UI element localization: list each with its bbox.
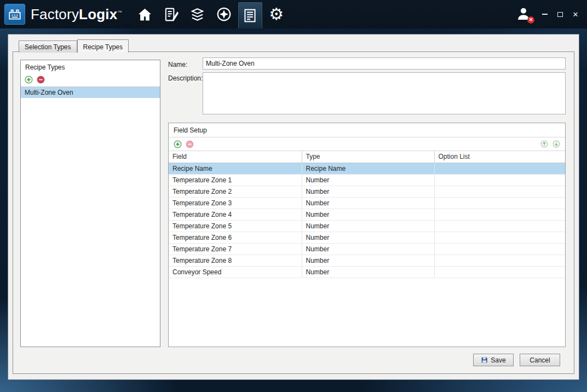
compass-icon bbox=[216, 6, 232, 22]
nav-settings[interactable]: ⚙ bbox=[264, 2, 289, 27]
column-header-option-list[interactable]: Option List bbox=[434, 151, 565, 163]
cell-type: Number bbox=[302, 243, 434, 255]
report-document-icon bbox=[242, 8, 258, 24]
move-field-up-button[interactable] bbox=[540, 140, 549, 148]
plus-icon bbox=[174, 140, 182, 148]
plus-icon bbox=[25, 76, 33, 84]
remove-field-button[interactable] bbox=[185, 140, 194, 148]
user-status-badge: ✕ bbox=[527, 16, 534, 24]
main-nav: ⚙ bbox=[132, 0, 290, 28]
titlebar-right: ✕ ✕ bbox=[516, 6, 579, 22]
remove-recipe-type-button[interactable] bbox=[36, 75, 45, 84]
app-title: FactoryLogix™ bbox=[31, 6, 122, 23]
nav-reports[interactable] bbox=[238, 2, 262, 28]
field-table-row[interactable]: Conveyor Speed Number bbox=[169, 266, 565, 278]
cell-type: Number bbox=[302, 186, 434, 197]
cancel-button[interactable]: Cancel bbox=[520, 354, 560, 366]
field-table-row[interactable]: Temperature Zone 6 Number bbox=[169, 232, 565, 243]
field-table: Field Type Option List Recipe Name Recip… bbox=[169, 151, 565, 278]
cell-option-list bbox=[434, 243, 565, 255]
app-title-regular: Factory bbox=[31, 6, 79, 22]
save-button-label: Save bbox=[491, 356, 505, 364]
nav-navigator[interactable] bbox=[212, 2, 236, 27]
add-field-button[interactable] bbox=[173, 140, 182, 148]
recipe-types-tab-panel: Recipe Types Multi-Zone Oven Name: bbox=[13, 51, 574, 374]
cell-field: Conveyor Speed bbox=[169, 266, 302, 278]
field-table-row[interactable]: Temperature Zone 2 Number bbox=[169, 186, 565, 197]
cell-type: Number bbox=[302, 197, 434, 209]
cell-field: Temperature Zone 4 bbox=[169, 209, 302, 220]
clipboard-edit-icon bbox=[163, 7, 179, 22]
nav-work-instructions[interactable] bbox=[159, 2, 183, 27]
field-setup-group: Field Setup bbox=[168, 123, 566, 347]
description-input[interactable] bbox=[203, 72, 566, 114]
user-account-button[interactable]: ✕ bbox=[516, 6, 532, 22]
tab-bar: Selection Types Recipe Types bbox=[19, 39, 129, 53]
panel-title: Recipe Types bbox=[21, 60, 160, 73]
minimize-icon bbox=[542, 14, 548, 15]
arrow-up-circle-icon bbox=[540, 140, 548, 148]
tab-selection-types[interactable]: Selection Types bbox=[19, 41, 77, 53]
close-button[interactable]: ✕ bbox=[572, 10, 579, 18]
nav-home[interactable] bbox=[133, 2, 157, 27]
nav-materials[interactable] bbox=[186, 2, 210, 27]
column-header-field[interactable]: Field bbox=[169, 151, 302, 163]
home-icon bbox=[137, 7, 153, 22]
cell-field: Temperature Zone 8 bbox=[169, 255, 302, 266]
cell-type: Number bbox=[302, 174, 434, 186]
recipe-types-panel: Recipe Types Multi-Zone Oven bbox=[20, 60, 160, 347]
move-field-down-button[interactable] bbox=[552, 140, 561, 148]
app-title-bold: Logix bbox=[79, 6, 117, 22]
add-recipe-type-button[interactable] bbox=[24, 75, 33, 84]
save-button[interactable]: Save bbox=[473, 354, 514, 366]
cell-type: Recipe Name bbox=[302, 163, 434, 174]
gear-icon: ⚙ bbox=[269, 6, 284, 22]
field-setup-toolbar bbox=[169, 137, 565, 151]
app-logo bbox=[4, 4, 25, 25]
cancel-button-label: Cancel bbox=[530, 356, 550, 364]
cell-option-list bbox=[434, 186, 565, 197]
save-icon bbox=[481, 356, 488, 364]
cell-field: Temperature Zone 1 bbox=[169, 174, 302, 186]
stack-icon bbox=[189, 7, 205, 22]
window-controls: ✕ bbox=[541, 10, 579, 18]
field-table-row[interactable]: Temperature Zone 7 Number bbox=[169, 243, 565, 255]
description-label: Description: bbox=[168, 74, 203, 82]
column-header-type[interactable]: Type bbox=[302, 151, 434, 163]
name-label: Name: bbox=[168, 61, 187, 68]
field-table-row[interactable]: Temperature Zone 5 Number bbox=[169, 220, 565, 232]
cell-option-list bbox=[434, 174, 565, 186]
cell-field: Recipe Name bbox=[169, 163, 302, 174]
maximize-icon bbox=[557, 12, 563, 17]
cell-field: Temperature Zone 3 bbox=[169, 197, 302, 209]
name-input[interactable] bbox=[203, 57, 566, 70]
field-table-row[interactable]: Temperature Zone 4 Number bbox=[169, 209, 565, 220]
cell-type: Number bbox=[302, 255, 434, 266]
cell-field: Temperature Zone 6 bbox=[169, 232, 302, 243]
field-table-header-row: Field Type Option List bbox=[169, 151, 565, 163]
field-table-row[interactable]: Temperature Zone 1 Number bbox=[169, 174, 565, 186]
trademark: ™ bbox=[117, 10, 122, 15]
arrow-down-circle-icon bbox=[553, 140, 560, 148]
cell-option-list bbox=[434, 197, 565, 209]
field-table-row[interactable]: Temperature Zone 8 Number bbox=[169, 255, 565, 266]
tab-recipe-types[interactable]: Recipe Types bbox=[77, 39, 129, 53]
minus-icon bbox=[37, 76, 45, 84]
minimize-button[interactable] bbox=[541, 10, 549, 18]
titlebar: FactoryLogix™ bbox=[0, 0, 587, 28]
minus-icon bbox=[186, 140, 194, 148]
cell-option-list bbox=[434, 232, 565, 243]
field-table-row[interactable]: Temperature Zone 3 Number bbox=[169, 197, 565, 209]
cell-option-list bbox=[434, 266, 565, 278]
factory-logo-icon bbox=[8, 7, 22, 21]
cell-option-list bbox=[434, 209, 565, 220]
cell-field: Temperature Zone 7 bbox=[169, 243, 302, 255]
cell-field: Temperature Zone 2 bbox=[169, 186, 302, 197]
recipe-type-list-item[interactable]: Multi-Zone Oven bbox=[21, 87, 160, 98]
cell-option-list bbox=[434, 255, 565, 266]
cell-field: Temperature Zone 5 bbox=[169, 220, 302, 232]
cell-type: Number bbox=[302, 209, 434, 220]
maximize-button[interactable] bbox=[556, 10, 564, 18]
cell-type: Number bbox=[302, 220, 434, 232]
field-table-row[interactable]: Recipe Name Recipe Name bbox=[169, 163, 565, 174]
